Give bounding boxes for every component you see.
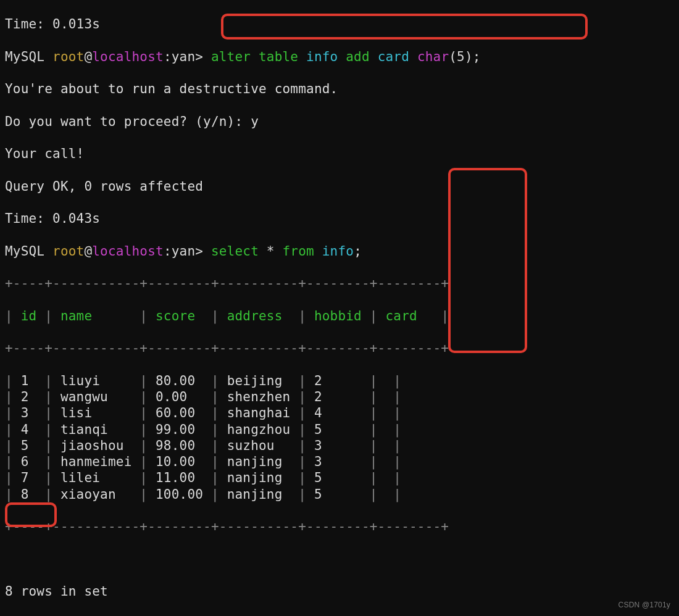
kw-alter: alter — [211, 49, 251, 64]
terminal-output: Time: 0.013s MySQL root@localhost:yan> a… — [0, 0, 679, 616]
table-row: | 1 | liuyi | 80.00 | beijing | 2 | | — [5, 373, 674, 389]
watermark: CSDN @1701y — [619, 601, 670, 610]
id-info: info — [306, 49, 338, 64]
table-row: | 6 | hanmeimei | 10.00 | nanjing | 3 | … — [5, 454, 674, 470]
table-header-row: | id | name | score | address | hobbid |… — [5, 308, 674, 324]
call-line: Your call! — [5, 146, 674, 162]
blank-line — [5, 551, 674, 567]
table-border: +----+-----------+--------+----------+--… — [5, 275, 674, 291]
kw-select: select — [211, 244, 259, 259]
table-border: +----+-----------+--------+----------+--… — [5, 340, 674, 356]
warn-line: You're about to run a destructive comman… — [5, 81, 674, 97]
table-row: | 8 | xiaoyan | 100.00 | nanjing | 5 | | — [5, 486, 674, 502]
table-border: +----+-----------+--------+----------+--… — [5, 518, 674, 535]
kw-char: char — [417, 49, 449, 64]
kw-add: add — [346, 49, 370, 64]
time-line: Time: 0.013s — [5, 16, 674, 32]
prompt-line-2[interactable]: MySQL root@localhost:yan> select * from … — [5, 243, 674, 259]
table-row: | 7 | lilei | 11.00 | nanjing | 5 | | — [5, 470, 674, 486]
id-info: info — [322, 244, 354, 259]
table-row: | 5 | jiaoshou | 98.00 | suzhou | 3 | | — [5, 438, 674, 454]
time-line: Time: 0.043s — [5, 210, 674, 227]
prompt-line-1[interactable]: MySQL root@localhost:yan> alter table in… — [5, 49, 674, 65]
queryok-line: Query OK, 0 rows affected — [5, 178, 674, 194]
kw-table: table — [259, 49, 298, 64]
table-row: | 3 | lisi | 60.00 | shanghai | 4 | | — [5, 405, 674, 421]
rows-in-set: 8 rows in set — [5, 583, 674, 599]
proceed-line: Do you want to proceed? (y/n): y — [5, 114, 674, 130]
table-row: | 4 | tianqi | 99.00 | hangzhou | 5 | | — [5, 422, 674, 438]
kw-from: from — [283, 244, 314, 259]
id-card: card — [378, 49, 409, 64]
table-row: | 2 | wangwu | 0.00 | shenzhen | 2 | | — [5, 389, 674, 405]
